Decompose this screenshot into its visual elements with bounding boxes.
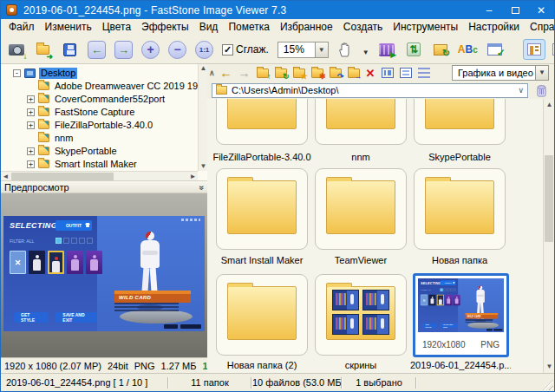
tree-item[interactable]: + FastStone Capture [27, 106, 136, 118]
tree-item[interactable]: Adobe Dreamweaver CC 2019 19.1.0 [27, 80, 207, 92]
address-bar[interactable]: C:\Users\Admin\Desktop\ ∨ [212, 83, 528, 98]
save-button[interactable] [59, 39, 81, 61]
thumbnail-view-button[interactable] [382, 68, 394, 78]
resize-grip[interactable] [543, 380, 553, 390]
tree-item[interactable]: + SkypePortable [27, 145, 119, 157]
file-label[interactable]: TeamViewer [310, 255, 411, 265]
zoom-dropdown-button[interactable]: ▼ [316, 42, 329, 58]
menu-item-effects[interactable]: Эффекты [136, 19, 194, 36]
copy-to-folder-button[interactable]: ↷ [330, 69, 342, 78]
file-label[interactable]: nnm [310, 152, 411, 162]
hand-dropdown-caret[interactable]: ▼ [362, 49, 369, 56]
new-folder-button[interactable]: ✱ [311, 69, 323, 78]
file-label[interactable]: Новая папка (2) [212, 360, 312, 370]
next-image-button[interactable]: → [113, 39, 134, 61]
preview-header[interactable]: Предпросмотр » [1, 180, 207, 193]
favorites-button[interactable]: ★ [293, 69, 305, 78]
tree-label[interactable]: FileZillaPortable-3.40.0 [53, 120, 154, 131]
file-card-folder[interactable] [216, 99, 308, 145]
files-vertical-scrollbar[interactable]: ▲ ▼ [543, 99, 554, 373]
tree-label[interactable]: nnm [53, 133, 75, 144]
open-file-button[interactable]: ➜ [32, 39, 54, 61]
close-button[interactable]: ✕ [528, 1, 554, 19]
scroll-down-icon[interactable]: ▼ [199, 162, 207, 171]
tree-label[interactable]: Desktop [39, 68, 77, 79]
minimize-button[interactable]: – [476, 1, 502, 19]
menu-item-favorites[interactable]: Избранное [275, 19, 338, 36]
tree-vertical-scrollbar[interactable]: ▲ ▼ [198, 64, 207, 171]
convert-button[interactable] [403, 39, 425, 61]
move-to-folder-button[interactable]: → [348, 69, 360, 78]
menu-item-view[interactable]: Вид [194, 19, 224, 36]
menu-item-colors[interactable]: Цвета [97, 19, 136, 36]
forward-button[interactable]: → [238, 67, 251, 79]
tree-item[interactable]: + Smart Install Maker [27, 158, 139, 170]
file-card-folder[interactable] [315, 99, 407, 145]
scrollbar-thumb[interactable] [11, 173, 114, 180]
scroll-right-icon[interactable]: ► [188, 172, 198, 180]
collapse-panel-icon[interactable]: ∧ [209, 69, 215, 77]
file-label[interactable]: FileZillaPortable-3.40.0 [212, 152, 312, 162]
detail-view-button[interactable] [400, 68, 412, 78]
previous-image-button[interactable]: ← [86, 39, 108, 61]
tree-label[interactable]: CoverCommander552port [53, 94, 166, 105]
tree-item[interactable]: + CoverCommander552port [27, 93, 166, 105]
menu-item-settings[interactable]: Настройки [463, 19, 525, 36]
list-view-button[interactable] [418, 68, 430, 78]
expand-box-icon[interactable]: + [27, 147, 35, 155]
menu-item-tag[interactable]: Пометка [223, 19, 275, 36]
zoom-combo[interactable]: 15% ▼ [278, 42, 329, 58]
maximize-button[interactable] [502, 1, 528, 19]
clear-history-button[interactable] [532, 82, 550, 98]
file-label[interactable]: Новая папка [409, 255, 510, 265]
tree-label[interactable]: SkypePortable [53, 146, 119, 157]
address-dropdown-icon[interactable]: ∨ [518, 86, 524, 95]
menu-item-tools[interactable]: Инструменты [388, 19, 463, 36]
crop-button[interactable] [430, 39, 452, 61]
file-card-folder[interactable] [315, 168, 407, 250]
menu-item-help[interactable]: Справка [525, 19, 555, 36]
file-card-folder[interactable] [216, 168, 308, 250]
address-path[interactable]: C:\Users\Admin\Desktop\ [232, 85, 518, 95]
slideshow-button[interactable] [376, 39, 398, 61]
hand-tool-button[interactable] [334, 39, 356, 61]
settings-button[interactable] [484, 39, 506, 61]
tree-horizontal-scrollbar[interactable]: ◄ ► [1, 171, 198, 180]
menu-item-file[interactable]: Файл [3, 19, 40, 36]
folder-up-button[interactable]: ↑ [257, 69, 269, 78]
file-filter-combo[interactable]: Графика и видео ▼ [452, 65, 549, 81]
expand-box-icon[interactable]: + [27, 95, 35, 103]
file-card-image-selected[interactable]: SELECTING OUTFIT FILTER: ALL ✕ [413, 273, 509, 357]
file-label[interactable]: скрины [310, 360, 411, 370]
tree-label[interactable]: Smart Install Maker [53, 159, 139, 170]
file-label[interactable]: Smart Install Maker [212, 255, 312, 265]
file-card-folder-screens[interactable] [315, 274, 407, 356]
tree-item[interactable]: nnm [27, 132, 75, 144]
expand-box-icon[interactable]: + [27, 160, 35, 168]
tree-label[interactable]: FastStone Capture [53, 107, 136, 118]
collapse-chevrons-icon[interactable]: » [198, 186, 207, 189]
file-filter-dropdown[interactable]: ▼ [536, 65, 549, 81]
scrollbar-thumb[interactable] [545, 155, 553, 242]
refresh-button[interactable]: ↻ [275, 69, 287, 78]
view-split-button[interactable] [548, 39, 555, 60]
scroll-up-icon[interactable]: ▲ [544, 101, 554, 109]
scroll-up-icon[interactable]: ▲ [199, 64, 207, 73]
zoom-in-button[interactable]: + [140, 39, 161, 61]
file-label[interactable]: SkypePortable [409, 152, 510, 162]
tree-item-desktop[interactable]: - Desktop [13, 67, 77, 79]
rename-button[interactable]: ABc [457, 39, 479, 61]
acquire-button[interactable] [5, 39, 27, 61]
delete-button[interactable]: ✕ [366, 67, 375, 80]
file-card-folder[interactable] [414, 168, 506, 250]
tree-item[interactable]: + FileZillaPortable-3.40.0 [27, 119, 154, 131]
tree-label[interactable]: Adobe Dreamweaver CC 2019 19.1.0 [53, 81, 207, 92]
menu-item-create[interactable]: Создать [338, 19, 388, 36]
collapse-box-icon[interactable]: - [13, 69, 21, 77]
back-button[interactable]: ← [220, 67, 232, 79]
scroll-left-icon[interactable]: ◄ [1, 172, 10, 180]
file-label-selected[interactable]: 2019-06-01_224454.p... [410, 360, 511, 370]
view-browser-button[interactable] [523, 39, 545, 60]
actual-size-button[interactable]: 1:1 [193, 39, 215, 61]
menu-item-edit[interactable]: Изменить [40, 19, 97, 36]
